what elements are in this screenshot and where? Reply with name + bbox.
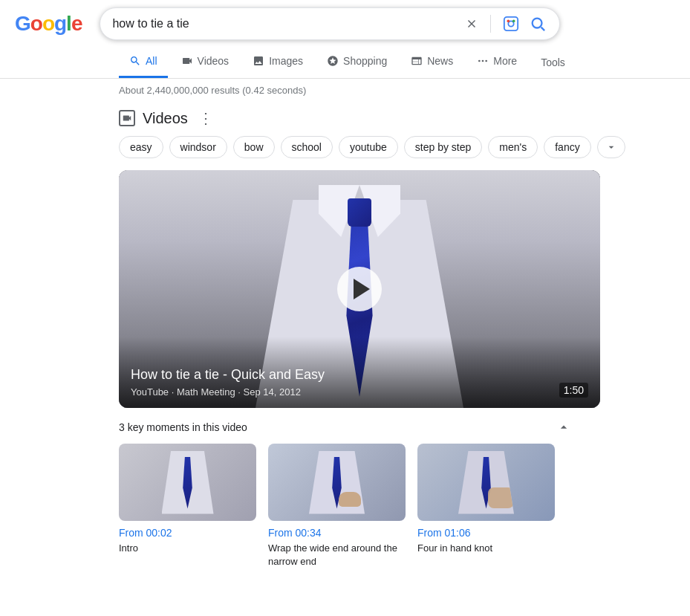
video-meta-separator2: · bbox=[238, 386, 243, 398]
chip-school[interactable]: school bbox=[281, 136, 333, 158]
logo-o1: o bbox=[30, 12, 42, 36]
collapse-icon[interactable] bbox=[556, 420, 571, 435]
key-moments-header: 3 key moments in this video bbox=[119, 420, 571, 435]
header: Google bbox=[0, 0, 690, 40]
search-input[interactable] bbox=[112, 17, 456, 30]
tab-news-label: News bbox=[427, 55, 453, 67]
svg-line-7 bbox=[541, 27, 545, 31]
svg-point-10 bbox=[486, 60, 488, 62]
svg-point-6 bbox=[533, 19, 542, 28]
tab-shopping[interactable]: Shopping bbox=[316, 46, 397, 78]
moment-3-label: Four in hand knot bbox=[417, 542, 555, 555]
chip-windsor[interactable]: windsor bbox=[169, 136, 227, 158]
results-count: About 2,440,000,000 results (0.42 second… bbox=[0, 79, 690, 102]
tab-all[interactable]: All bbox=[119, 46, 168, 78]
tab-images[interactable]: Images bbox=[242, 46, 313, 78]
chip-fancy[interactable]: fancy bbox=[544, 136, 590, 158]
search-bar-icons bbox=[463, 14, 547, 33]
video-meta: YouTube · Math Meeting · Sep 14, 2012 bbox=[131, 386, 325, 398]
filter-chips: easy windsor bow school youtube step by … bbox=[119, 136, 571, 158]
clear-button[interactable] bbox=[463, 16, 480, 32]
video-source: YouTube bbox=[131, 386, 169, 398]
video-title: How to tie a tie - Quick and Easy bbox=[131, 366, 325, 383]
svg-rect-2 bbox=[504, 17, 518, 30]
logo-l: l bbox=[66, 12, 71, 36]
more-options-button[interactable]: ⋮ bbox=[198, 109, 213, 127]
search-button[interactable] bbox=[528, 14, 547, 33]
moment-card-3[interactable]: From 01:06 Four in hand knot bbox=[417, 444, 555, 568]
moment-2-timestamp: From 00:34 bbox=[268, 527, 406, 539]
section-header: Videos ⋮ bbox=[119, 109, 571, 127]
video-info-text: How to tie a tie - Quick and Easy YouTub… bbox=[131, 366, 325, 398]
section-title: Videos bbox=[143, 110, 188, 127]
moment-1-timestamp: From 00:02 bbox=[119, 527, 256, 539]
tab-news[interactable]: News bbox=[400, 46, 463, 78]
chip-bow[interactable]: bow bbox=[233, 136, 275, 158]
google-logo: Google bbox=[15, 12, 82, 36]
tab-videos[interactable]: Videos bbox=[171, 46, 240, 78]
main-content: Videos ⋮ easy windsor bow school youtube… bbox=[0, 109, 690, 568]
divider bbox=[490, 15, 491, 33]
video-section-icon bbox=[119, 110, 135, 126]
tab-all-label: All bbox=[146, 55, 157, 67]
video-thumbnail: How to tie a tie - Quick and Easy YouTub… bbox=[119, 170, 600, 408]
key-moments-grid: From 00:02 Intro From 00:34 Wrap the wid… bbox=[119, 444, 571, 568]
svg-point-9 bbox=[482, 60, 484, 62]
logo-g2: g bbox=[54, 12, 66, 36]
featured-video-card[interactable]: How to tie a tie - Quick and Easy YouTub… bbox=[119, 170, 600, 408]
video-channel: Math Meeting bbox=[177, 386, 235, 398]
logo-g: G bbox=[15, 12, 30, 36]
logo-o2: o bbox=[42, 12, 54, 36]
svg-point-5 bbox=[512, 20, 515, 23]
lens-button[interactable] bbox=[501, 14, 521, 33]
chips-dropdown[interactable] bbox=[597, 136, 625, 158]
tab-shopping-label: Shopping bbox=[343, 55, 387, 67]
moment-card-2[interactable]: From 00:34 Wrap the wide end around the … bbox=[268, 444, 406, 568]
svg-point-8 bbox=[478, 60, 481, 62]
key-moments-title: 3 key moments in this video bbox=[119, 421, 247, 433]
moment-card-1[interactable]: From 00:02 Intro bbox=[119, 444, 256, 568]
moment-thumbnail-3 bbox=[417, 444, 555, 521]
moment-2-label: Wrap the wide end around the narrow end bbox=[268, 542, 406, 568]
chip-step-by-step[interactable]: step by step bbox=[404, 136, 483, 158]
video-duration: 1:50 bbox=[559, 383, 588, 398]
chip-youtube[interactable]: youtube bbox=[339, 136, 398, 158]
tab-images-label: Images bbox=[269, 55, 303, 67]
chip-mens[interactable]: men's bbox=[488, 136, 538, 158]
svg-point-4 bbox=[507, 20, 510, 23]
play-button[interactable] bbox=[337, 267, 382, 311]
tab-more[interactable]: More bbox=[466, 46, 527, 78]
moment-1-label: Intro bbox=[119, 542, 256, 555]
chip-easy[interactable]: easy bbox=[119, 136, 163, 158]
moment-thumbnail-2 bbox=[268, 444, 406, 521]
key-moments-section: 3 key moments in this video From 00:02 I… bbox=[119, 420, 571, 568]
play-icon bbox=[354, 279, 370, 299]
tab-videos-label: Videos bbox=[198, 55, 230, 67]
moment-thumbnail-1 bbox=[119, 444, 256, 521]
video-date: Sep 14, 2012 bbox=[244, 386, 301, 398]
video-info-bar: How to tie a tie - Quick and Easy YouTub… bbox=[119, 337, 600, 408]
tab-more-label: More bbox=[493, 55, 517, 67]
logo-e: e bbox=[71, 12, 82, 36]
search-bar bbox=[100, 7, 560, 40]
video-meta-separator: · bbox=[172, 386, 177, 398]
moment-3-timestamp: From 01:06 bbox=[417, 527, 555, 539]
